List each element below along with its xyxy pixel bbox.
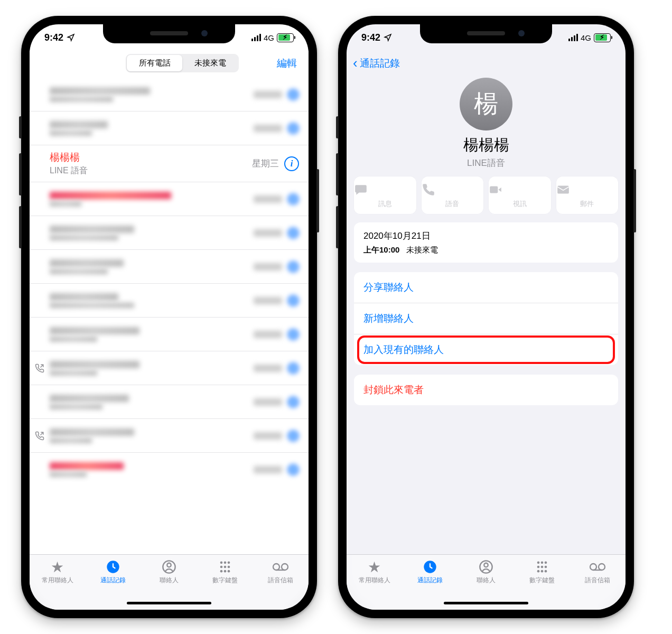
network-label: 4G bbox=[264, 33, 274, 42]
contact-header: 楊 楊楊楊 LINE語音 bbox=[347, 76, 626, 176]
svg-point-30 bbox=[599, 564, 605, 570]
svg-point-24 bbox=[540, 566, 543, 568]
svg-point-29 bbox=[590, 564, 596, 570]
call-date: 星期三 bbox=[252, 157, 279, 170]
phone-icon bbox=[422, 183, 484, 197]
svg-point-20 bbox=[537, 562, 539, 564]
block-caller[interactable]: 封鎖此來電者 bbox=[354, 375, 618, 405]
tab-favorites[interactable]: ★ 常用聯絡人 bbox=[30, 559, 86, 585]
svg-rect-16 bbox=[557, 185, 569, 193]
share-contact[interactable]: 分享聯絡人 bbox=[354, 272, 618, 303]
clock-icon bbox=[86, 559, 142, 575]
calls-segmented-control[interactable]: 所有電話 未接來電 bbox=[126, 54, 239, 72]
avatar: 楊 bbox=[460, 78, 512, 130]
call-row[interactable] bbox=[30, 351, 309, 385]
contact-sub: LINE語音 bbox=[347, 157, 626, 169]
signal-icon bbox=[568, 34, 578, 41]
location-icon bbox=[384, 33, 392, 42]
person-icon bbox=[141, 559, 197, 575]
back-button[interactable]: ‹ 通話記錄 bbox=[347, 51, 626, 76]
contact-name: 楊楊楊 bbox=[347, 135, 626, 156]
svg-point-3 bbox=[220, 562, 222, 564]
svg-point-23 bbox=[537, 566, 539, 568]
call-row[interactable] bbox=[30, 182, 309, 216]
star-icon: ★ bbox=[347, 559, 403, 575]
svg-point-22 bbox=[544, 562, 547, 564]
message-button[interactable]: 訊息 bbox=[354, 176, 416, 214]
voicemail-icon bbox=[253, 559, 309, 575]
outgoing-icon bbox=[35, 363, 44, 373]
tab-favorites[interactable]: ★ 常用聯絡人 bbox=[347, 559, 403, 585]
battery-icon: ⚡︎ bbox=[277, 33, 294, 42]
keypad-icon bbox=[197, 559, 253, 575]
network-label: 4G bbox=[581, 33, 591, 42]
call-row[interactable] bbox=[30, 453, 309, 487]
call-row[interactable] bbox=[30, 318, 309, 351]
info-icon[interactable]: i bbox=[284, 156, 299, 171]
tab-recents[interactable]: 通話記錄 bbox=[86, 559, 142, 585]
tab-keypad[interactable]: 數字鍵盤 bbox=[514, 559, 570, 585]
video-button[interactable]: 視訊 bbox=[489, 176, 551, 214]
edit-button[interactable]: 編輯 bbox=[277, 57, 297, 70]
clock: 9:42 bbox=[44, 32, 63, 43]
svg-point-13 bbox=[282, 564, 288, 570]
call-row[interactable] bbox=[30, 250, 309, 284]
call-row[interactable] bbox=[30, 111, 309, 145]
mail-button[interactable]: 郵件 bbox=[556, 176, 619, 214]
svg-point-25 bbox=[544, 566, 547, 568]
voicemail-icon bbox=[570, 559, 626, 575]
call-row-highlighted[interactable]: 楊楊楊 LINE 語音 星期三 i bbox=[30, 145, 309, 182]
call-history-card: 2020年10月21日 上午10:00 未接來電 bbox=[354, 222, 618, 263]
tab-contacts[interactable]: 聯絡人 bbox=[141, 559, 197, 585]
signal-icon bbox=[251, 34, 261, 41]
tab-contacts[interactable]: 聯絡人 bbox=[458, 559, 514, 585]
add-new-contact[interactable]: 新增聯絡人 bbox=[354, 303, 618, 334]
svg-point-10 bbox=[223, 570, 226, 573]
svg-point-27 bbox=[540, 570, 543, 573]
svg-point-7 bbox=[223, 566, 226, 568]
seg-missed[interactable]: 未接來電 bbox=[182, 55, 238, 71]
tab-bar: ★ 常用聯絡人 通話記錄 聯絡人 數字鍵盤 bbox=[30, 554, 309, 610]
svg-point-21 bbox=[540, 562, 543, 564]
call-row[interactable] bbox=[30, 284, 309, 318]
add-existing-contact[interactable]: 加入現有的聯絡人 bbox=[354, 334, 618, 365]
voice-button[interactable]: 語音 bbox=[422, 176, 484, 214]
svg-point-9 bbox=[220, 570, 222, 573]
action-list-1: 分享聯絡人 新增聯絡人 加入現有的聯絡人 bbox=[354, 272, 618, 365]
call-row[interactable] bbox=[30, 78, 309, 111]
call-row[interactable] bbox=[30, 419, 309, 453]
phone-right: 9:42 4G ⚡︎ ‹ 通話記錄 楊 楊楊楊 LINE語音 訊息 bbox=[338, 16, 634, 618]
keypad-icon bbox=[514, 559, 570, 575]
clock: 9:42 bbox=[361, 32, 380, 43]
location-icon bbox=[67, 33, 75, 42]
home-indicator[interactable] bbox=[444, 602, 528, 604]
star-icon: ★ bbox=[30, 559, 86, 575]
call-row[interactable] bbox=[30, 385, 309, 419]
tab-bar: ★ 常用聯絡人 通話記錄 聯絡人 數字鍵盤 bbox=[347, 554, 626, 610]
phone-left: 9:42 4G ⚡︎ 所有電話 未接來電 編輯 bbox=[21, 16, 317, 618]
svg-point-8 bbox=[227, 566, 230, 568]
svg-point-26 bbox=[537, 570, 539, 573]
clock-icon bbox=[403, 559, 459, 575]
caller-sub: LINE 語音 bbox=[50, 165, 247, 176]
svg-point-2 bbox=[167, 563, 171, 567]
svg-point-28 bbox=[544, 570, 547, 573]
tab-recents[interactable]: 通話記錄 bbox=[403, 559, 459, 585]
recents-list[interactable]: 楊楊楊 LINE 語音 星期三 i bbox=[30, 78, 309, 487]
tab-keypad[interactable]: 數字鍵盤 bbox=[197, 559, 253, 585]
tab-voicemail[interactable]: 語音信箱 bbox=[253, 559, 309, 585]
battery-icon: ⚡︎ bbox=[594, 33, 611, 42]
action-list-2: 封鎖此來電者 bbox=[354, 375, 618, 405]
svg-point-6 bbox=[220, 566, 222, 568]
call-row[interactable] bbox=[30, 216, 309, 250]
svg-point-12 bbox=[273, 564, 279, 570]
home-indicator[interactable] bbox=[127, 602, 211, 604]
history-label: 未接來電 bbox=[406, 245, 438, 254]
svg-point-4 bbox=[223, 562, 226, 564]
history-time: 上午10:00 bbox=[363, 245, 399, 254]
tab-voicemail[interactable]: 語音信箱 bbox=[570, 559, 626, 585]
person-icon bbox=[458, 559, 514, 575]
svg-rect-15 bbox=[490, 187, 498, 193]
seg-all[interactable]: 所有電話 bbox=[127, 55, 182, 71]
video-icon bbox=[489, 183, 551, 197]
